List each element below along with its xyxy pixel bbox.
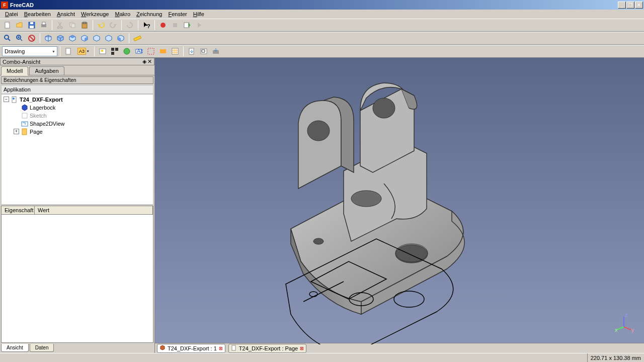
minimize-button[interactable]: _ — [618, 2, 626, 9]
svg-rect-34 — [12, 97, 16, 103]
combo-view-panel: Combo-Ansicht ◈✕ Modell Aufgaben Bezeich… — [0, 58, 155, 353]
open-button[interactable] — [14, 20, 25, 31]
tab-model[interactable]: Modell — [1, 66, 28, 75]
cut-button[interactable] — [55, 20, 66, 31]
viewport-3d[interactable]: y x z T24_DXF-Export : 1⊠T24_DXF-Export … — [155, 58, 644, 353]
doc-tab-close[interactable]: ⊠ — [219, 346, 223, 351]
prop-header-value[interactable]: Wert — [35, 206, 153, 214]
tree-item-page[interactable]: + Page — [3, 128, 152, 136]
view-right-button[interactable] — [79, 33, 90, 44]
document-icon — [11, 96, 18, 103]
svg-point-42 — [351, 191, 381, 207]
workbench-select[interactable]: Drawing — [2, 46, 57, 56]
svg-rect-37 — [22, 122, 28, 126]
a3-landscape-button[interactable]: A3▾ — [75, 46, 92, 57]
menu-makro[interactable]: Makro — [112, 11, 133, 18]
export-page-button[interactable] — [186, 46, 197, 57]
doc-tab-icon — [159, 345, 166, 352]
axis-indicator: y x z — [614, 313, 634, 333]
copy-button[interactable] — [67, 20, 78, 31]
svg-rect-9 — [71, 24, 75, 28]
paste-button[interactable] — [79, 20, 90, 31]
view-bottom-button[interactable] — [103, 33, 114, 44]
undo-button[interactable] — [96, 20, 107, 31]
svg-point-16 — [5, 35, 9, 39]
prop-header-name[interactable]: Eigenschaft — [2, 206, 35, 214]
macro-record-button[interactable] — [157, 20, 169, 31]
redo-button[interactable] — [108, 20, 119, 31]
macro-edit-button[interactable] — [182, 20, 193, 31]
menu-bearbeiten[interactable]: Bearbeiten — [21, 11, 54, 18]
clip-button[interactable] — [145, 46, 156, 57]
insert-view-button[interactable] — [97, 46, 108, 57]
svg-rect-5 — [42, 22, 45, 25]
measure-button[interactable] — [132, 33, 143, 44]
svg-rect-19 — [134, 36, 141, 41]
tree-item-sketch[interactable]: Sketch — [3, 112, 152, 120]
tree-item-lagerbock[interactable]: Lagerbock — [3, 104, 152, 112]
menu-werkzeuge[interactable]: Werkzeuge — [78, 11, 112, 18]
svg-point-13 — [160, 23, 166, 28]
restore-button[interactable]: ❐ — [626, 2, 634, 9]
svg-rect-22 — [111, 48, 114, 51]
status-bar: 220.71 x 130.38 mm — [0, 353, 644, 362]
doc-tab-close[interactable]: ⊠ — [300, 346, 304, 351]
browser-view-button[interactable] — [121, 46, 132, 57]
menu-datei[interactable]: Datei — [2, 11, 21, 18]
save-button[interactable] — [26, 20, 37, 31]
macro-stop-button[interactable] — [170, 20, 181, 31]
view-left-button[interactable] — [115, 33, 126, 44]
whatsthis-button[interactable]: ? — [141, 20, 152, 31]
zoom-in-button[interactable] — [14, 33, 25, 44]
ortho-views-button[interactable] — [109, 46, 120, 57]
macro-run-button[interactable] — [194, 20, 205, 31]
view-top-button[interactable] — [67, 33, 78, 44]
doc-tab[interactable]: T24_DXF-Export : 1⊠ — [157, 344, 225, 353]
spreadsheet-view-button[interactable] — [170, 46, 181, 57]
svg-text:y: y — [631, 327, 634, 333]
tab-data[interactable]: Daten — [30, 344, 54, 352]
tab-view[interactable]: Ansicht — [1, 344, 29, 352]
zoom-fit-button[interactable] — [2, 33, 13, 44]
svg-rect-30 — [172, 48, 178, 54]
project-shape-button[interactable] — [198, 46, 209, 57]
menu-fenster[interactable]: Fenster — [165, 11, 190, 18]
menu-hilfe[interactable]: Hilfe — [190, 11, 207, 18]
svg-point-25 — [124, 48, 130, 54]
title-bar: F FreeCAD _ ❐ ✕ — [0, 0, 644, 10]
menu-zeichnung[interactable]: Zeichnung — [133, 11, 165, 18]
view-rear-button[interactable] — [91, 33, 102, 44]
svg-rect-38 — [22, 129, 27, 135]
print-button[interactable] — [38, 20, 49, 31]
symbol-button[interactable] — [157, 46, 169, 57]
shape2d-icon — [21, 120, 28, 127]
view-iso-button[interactable] — [43, 33, 54, 44]
model-tree[interactable]: − T24_DXF-Export Lagerbock Sketch Shape2… — [1, 94, 153, 205]
doc-tab[interactable]: T24_DXF-Export : Page⊠ — [228, 344, 306, 353]
refresh-button[interactable] — [124, 20, 135, 31]
svg-point-35 — [13, 98, 15, 100]
page-icon — [21, 128, 28, 135]
panel-float-button[interactable]: ◈ — [142, 58, 146, 65]
panel-close-button[interactable]: ✕ — [147, 58, 152, 65]
document-tabs: T24_DXF-Export : 1⊠T24_DXF-Export : Page… — [155, 343, 644, 353]
menu-ansicht[interactable]: Ansicht — [54, 11, 78, 18]
tree-doc-root[interactable]: − T24_DXF-Export — [3, 96, 152, 104]
application-label: Applikation — [1, 85, 153, 94]
svg-text:Ab: Ab — [137, 48, 143, 54]
new-page-button[interactable] — [63, 46, 74, 57]
svg-rect-29 — [160, 49, 166, 53]
tab-tasks[interactable]: Aufgaben — [29, 66, 64, 75]
part-icon — [21, 104, 28, 111]
annotation-button[interactable]: Ab — [133, 46, 144, 57]
svg-point-41 — [313, 238, 324, 244]
doc-tab-icon — [231, 345, 237, 352]
model-preview — [235, 63, 557, 344]
view-front-button[interactable] — [55, 33, 66, 44]
close-button[interactable]: ✕ — [635, 2, 643, 9]
new-button[interactable] — [2, 20, 13, 31]
toolbar-file: ? — [0, 19, 644, 32]
export-dxf-button[interactable] — [210, 46, 221, 57]
tree-item-shape2dview[interactable]: Shape2DView — [3, 120, 152, 128]
view-style-button[interactable] — [26, 33, 37, 44]
